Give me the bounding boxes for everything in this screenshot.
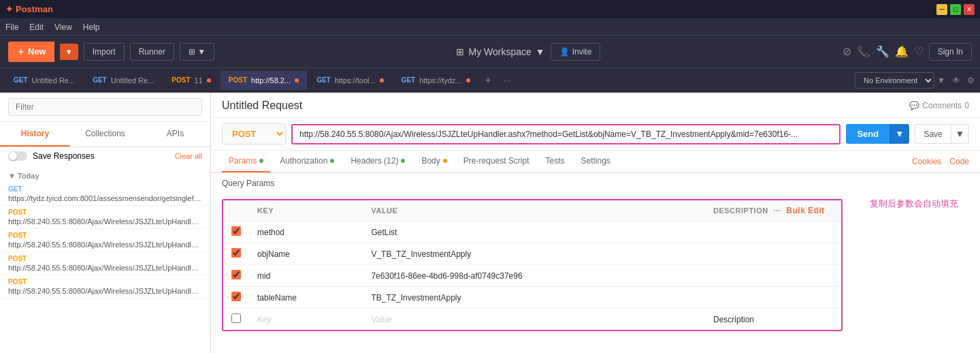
code-link[interactable]: Code [949, 157, 969, 166]
param-desc-new[interactable]: Description [705, 309, 841, 331]
param-checkbox-new[interactable] [231, 313, 241, 323]
menu-view[interactable]: View [54, 22, 72, 32]
eye-icon[interactable]: 👁 [948, 76, 964, 85]
wrench-icon[interactable]: 🔧 [876, 45, 889, 58]
tab-5[interactable]: GET https://tydz... [393, 71, 478, 90]
new-button[interactable]: ＋ New [8, 42, 54, 62]
settings-icon[interactable]: ⚙ [967, 76, 975, 85]
tab-dot-2 [207, 78, 211, 82]
list-item[interactable]: POST http://58.240.55.5:8080/Ajax/Wirele… [0, 275, 210, 298]
request-tabs: Params Authorization Headers (12) Body P… [211, 151, 980, 173]
param-desc-1[interactable] [705, 243, 841, 265]
sidebar-tabs: History Collections APIs [0, 122, 210, 147]
clear-all-button[interactable]: Clear all [175, 152, 202, 160]
sign-in-button[interactable]: Sign In [929, 43, 972, 61]
menu-file[interactable]: File [5, 22, 18, 32]
more-tabs-button[interactable]: ··· [498, 76, 516, 85]
auth-indicator [330, 159, 334, 163]
param-key-0[interactable]: method [249, 221, 363, 243]
tab-settings[interactable]: Settings [574, 151, 617, 172]
param-checkbox-0[interactable] [231, 226, 241, 236]
invite-button[interactable]: 👤 Invite [551, 43, 601, 61]
sidebar-tab-history[interactable]: History [0, 122, 70, 147]
top-nav: ＋ New ▼ Import Runner ⊞ ▼ ⊞ My Workspace… [0, 35, 980, 68]
tab-3[interactable]: POST http://58.2... [220, 71, 307, 90]
sidebar-tab-collections[interactable]: Collections [70, 122, 140, 147]
close-button[interactable]: ✕ [964, 4, 975, 15]
environment-select[interactable]: No Environment [855, 72, 934, 89]
import-button[interactable]: Import [84, 43, 125, 61]
sidebar: History Collections APIs Save Responses … [0, 93, 211, 353]
menu-edit[interactable]: Edit [29, 22, 44, 32]
save-responses-toggle[interactable] [8, 151, 27, 161]
tab-4[interactable]: GET https://tool... [308, 71, 391, 90]
sync-icon[interactable]: ⊘ [843, 45, 851, 58]
save-arrow-button[interactable]: ▼ [951, 124, 969, 144]
comments-label: Comments [922, 101, 962, 110]
add-tab-button[interactable]: + [480, 74, 497, 87]
param-key-3[interactable]: tableName [249, 287, 363, 309]
value-placeholder: Value [371, 315, 391, 324]
list-item[interactable]: POST http://58.240.55.5:8080/Ajax/Wirele… [0, 252, 210, 275]
param-value-2[interactable]: 7e630f16-86ee-4bd6-998d-af0749c37e96 [363, 265, 705, 287]
param-key-2[interactable]: mid [249, 265, 363, 287]
tab-params[interactable]: Params [222, 151, 270, 172]
table-row: mid 7e630f16-86ee-4bd6-998d-af0749c37e96 [223, 265, 841, 287]
minimize-button[interactable]: ─ [936, 4, 947, 15]
method-select[interactable]: POST GET PUT DELETE PATCH [222, 123, 286, 144]
layout-button[interactable]: ⊞ ▼ [180, 43, 214, 61]
tab-method-0: GET [14, 76, 28, 84]
workspace-selector[interactable]: ⊞ My Workspace ▼ [456, 46, 544, 57]
param-value-1[interactable]: V_TB_TZ_InvestmentApply [363, 243, 705, 265]
params-table-container: KEY VALUE DESCRIPTION ··· Bulk Edit [222, 199, 843, 331]
tab-body[interactable]: Body [414, 151, 453, 172]
new-button-arrow[interactable]: ▼ [60, 44, 78, 60]
item-method: POST [8, 232, 202, 239]
bulk-edit-button[interactable]: Bulk Edit [786, 206, 825, 215]
param-checkbox-2[interactable] [231, 270, 241, 279]
list-item[interactable]: POST http://58.240.55.5:8080/Ajax/Wirele… [0, 229, 210, 252]
params-table-body: method GetList objName V_TB_TZ_Investmen… [223, 221, 841, 331]
filter-input[interactable] [8, 98, 202, 116]
param-desc-2[interactable] [705, 265, 841, 287]
send-arrow-button[interactable]: ▼ [889, 124, 909, 144]
param-desc-3[interactable] [705, 287, 841, 309]
save-responses-label: Save Responses [33, 151, 95, 161]
list-item[interactable]: GET https://tydz.tyicd.com:8001/assessme… [0, 183, 210, 206]
tab-2[interactable]: POST 11 [163, 71, 218, 90]
comments-section[interactable]: 💬 Comments 0 [909, 101, 969, 110]
maximize-button[interactable]: □ [950, 4, 961, 15]
request-title: Untitled Request [222, 99, 302, 112]
tab-1[interactable]: GET Untitled Re... [84, 71, 162, 90]
bell-icon[interactable]: 🔔 [895, 45, 909, 58]
param-desc-0[interactable] [705, 221, 841, 243]
cookies-link[interactable]: Cookies [912, 157, 941, 166]
tab-tests[interactable]: Tests [538, 151, 571, 172]
more-options-icon[interactable]: ··· [774, 206, 781, 215]
param-value-0[interactable]: GetList [363, 221, 705, 243]
list-item[interactable]: POST http://58.240.55.5:8080/Ajax/Wirele… [0, 206, 210, 229]
heart-icon[interactable]: ♡ [914, 45, 924, 58]
key-col-header: KEY [249, 200, 363, 221]
param-key-1[interactable]: objName [249, 243, 363, 265]
save-button[interactable]: Save [915, 124, 951, 144]
item-url: http://58.240.55.5:8080/Ajax/Wireless/JS… [8, 217, 202, 226]
param-value-3[interactable]: TB_TZ_InvestmentApply [363, 287, 705, 309]
url-input[interactable] [291, 124, 840, 144]
tab-prerequest[interactable]: Pre-request Script [457, 151, 536, 172]
tab-0[interactable]: GET Untitled Re... [5, 71, 83, 90]
sidebar-tab-apis[interactable]: APIs [140, 122, 210, 147]
window-controls: ─ □ ✕ [936, 4, 975, 15]
phone-icon[interactable]: 📞 [857, 45, 870, 58]
param-checkbox-3[interactable] [231, 292, 241, 301]
tab-label-0: Untitled Re... [32, 76, 76, 85]
menu-help[interactable]: Help [83, 22, 100, 32]
env-down-icon[interactable]: ▼ [937, 76, 945, 85]
runner-button[interactable]: Runner [130, 43, 174, 61]
send-button[interactable]: Send [846, 124, 889, 144]
request-title-bar: Untitled Request 💬 Comments 0 [211, 93, 980, 118]
tab-authorization[interactable]: Authorization [273, 151, 341, 172]
param-checkbox-1[interactable] [231, 248, 241, 258]
tab-headers[interactable]: Headers (12) [344, 151, 412, 172]
params-label: Params [229, 156, 257, 166]
